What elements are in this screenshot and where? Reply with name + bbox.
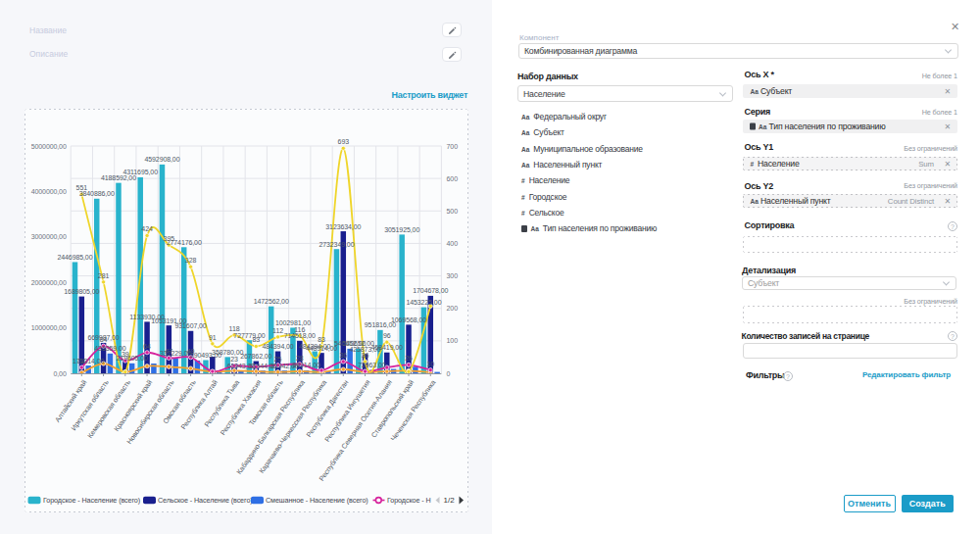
svg-text:36: 36: [362, 352, 369, 359]
svg-text:448914,00: 448914,00: [306, 345, 337, 352]
svg-text:26: 26: [405, 355, 413, 362]
svg-text:2732349,00: 2732349,00: [318, 241, 354, 248]
svg-text:931607,00: 931607,00: [174, 322, 206, 329]
svg-text:500: 500: [446, 208, 458, 215]
svg-text:328: 328: [185, 257, 197, 264]
svg-text:200: 200: [446, 305, 458, 312]
svg-text:4592908,00: 4592908,00: [144, 156, 179, 163]
svg-text:28: 28: [296, 355, 304, 362]
svg-text:25: 25: [274, 356, 282, 363]
svg-text:3123634,00: 3123634,00: [325, 223, 361, 230]
svg-text:49: 49: [187, 348, 195, 355]
svg-text:458419,00: 458419,00: [371, 344, 403, 351]
svg-text:1704678,00: 1704678,00: [413, 287, 448, 294]
svg-text:72963,00: 72963,00: [358, 362, 386, 368]
svg-text:0: 0: [446, 370, 450, 377]
svg-text:0,00: 0,00: [53, 370, 66, 377]
svg-text:1002981,00: 1002981,00: [275, 319, 311, 326]
svg-text:100: 100: [446, 337, 458, 344]
svg-text:3051925,00: 3051925,00: [384, 226, 419, 233]
svg-text:400: 400: [446, 240, 458, 247]
svg-text:395: 395: [164, 235, 175, 242]
svg-text:47: 47: [166, 348, 173, 355]
svg-text:36: 36: [339, 352, 347, 359]
svg-text:112: 112: [272, 327, 283, 334]
svg-text:10: 10: [426, 361, 434, 367]
svg-text:Городское - Н: Городское - Н: [387, 496, 431, 505]
svg-text:551: 551: [76, 184, 88, 191]
svg-text:2000000,00: 2000000,00: [31, 279, 67, 286]
svg-text:Смешанное - Население (всего): Смешанное - Население (всего): [266, 496, 368, 505]
svg-text:4311695,00: 4311695,00: [122, 169, 158, 175]
svg-text:1689805,00: 1689805,00: [64, 288, 99, 295]
svg-text:64914,00: 64914,00: [292, 362, 320, 368]
svg-text:1000000,00: 1000000,00: [31, 324, 67, 331]
svg-text:83: 83: [318, 336, 325, 343]
svg-text:3000000,00: 3000000,00: [31, 233, 67, 240]
svg-text:424: 424: [141, 225, 153, 232]
svg-text:2446985,00: 2446985,00: [57, 254, 92, 261]
svg-text:39: 39: [122, 351, 129, 358]
svg-text:118: 118: [229, 325, 240, 332]
svg-text:600: 600: [446, 175, 458, 182]
svg-text:5000000,00: 5000000,00: [31, 143, 67, 150]
svg-text:300: 300: [446, 272, 458, 279]
svg-text:1453225,00: 1453225,00: [406, 299, 441, 306]
svg-text:91: 91: [209, 334, 217, 341]
svg-text:83: 83: [253, 336, 261, 343]
svg-text:116: 116: [294, 326, 305, 333]
svg-text:96: 96: [383, 332, 391, 339]
svg-text:693: 693: [338, 138, 350, 145]
svg-text:34: 34: [78, 358, 86, 364]
svg-text:4000000,00: 4000000,00: [31, 188, 67, 195]
svg-text:714518,00: 714518,00: [284, 332, 316, 339]
svg-text:267862,00: 267862,00: [240, 353, 271, 360]
svg-text:484394,00: 484394,00: [262, 343, 293, 350]
svg-text:727779,00: 727779,00: [233, 332, 265, 339]
svg-text:Городское - Население (всего): Городское - Население (всего): [43, 496, 140, 505]
svg-text:700: 700: [446, 143, 458, 150]
svg-text:Сельское - Население (всего): Сельское - Население (всего): [158, 496, 253, 505]
svg-text:1069568,00: 1069568,00: [391, 316, 426, 323]
svg-text:1/2: 1/2: [444, 496, 456, 505]
svg-text:358780,00: 358780,00: [212, 349, 243, 356]
svg-text:84: 84: [100, 336, 108, 343]
svg-text:1472562,00: 1472562,00: [254, 298, 289, 305]
svg-text:281: 281: [98, 272, 110, 279]
svg-text:64: 64: [143, 343, 151, 350]
svg-text:23: 23: [230, 356, 238, 363]
